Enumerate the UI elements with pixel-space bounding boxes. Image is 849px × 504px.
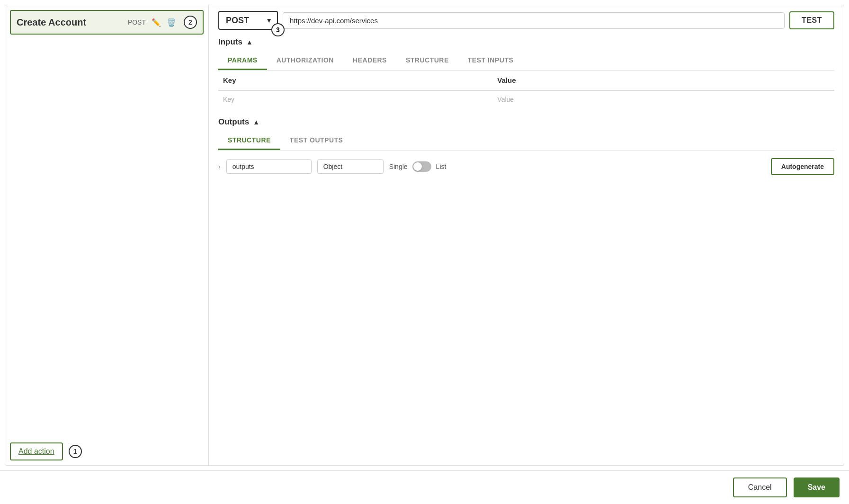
inputs-chevron-icon: ▲ — [246, 38, 253, 46]
tab-structure[interactable]: STRUCTURE — [396, 52, 458, 70]
tab-authorization[interactable]: AUTHORIZATION — [267, 52, 343, 70]
outputs-tabs: STRUCTURE TEST OUTPUTS — [218, 132, 834, 150]
action-icons: ✏️ 🗑️ — [151, 17, 177, 28]
action-item[interactable]: Create Account POST ✏️ 🗑️ 2 — [10, 10, 204, 35]
outputs-label: Outputs — [218, 117, 249, 127]
toggle-switch[interactable] — [412, 161, 431, 172]
badge-3: 3 — [271, 23, 285, 36]
expand-icon[interactable]: › — [218, 163, 221, 170]
output-row: › Single List Autogenerate — [218, 158, 834, 175]
delete-icon[interactable]: 🗑️ — [166, 17, 177, 28]
add-action-button[interactable]: Add action — [10, 442, 63, 460]
toggle-knob — [413, 162, 422, 171]
outputs-chevron-icon: ▲ — [253, 118, 259, 126]
inputs-label: Inputs — [218, 37, 242, 47]
tab-test-inputs[interactable]: TEST INPUTS — [458, 52, 523, 70]
method-select[interactable]: POST GET PUT DELETE — [219, 12, 277, 29]
tab-params[interactable]: PARAMS — [218, 52, 267, 70]
table-row: Key Value — [218, 90, 834, 108]
badge-1: 1 — [69, 445, 82, 458]
tab-headers[interactable]: HEADERS — [343, 52, 396, 70]
single-label: Single — [389, 163, 408, 170]
action-method: POST — [128, 18, 146, 26]
col-value: Value — [492, 71, 834, 90]
right-panel: POST GET PUT DELETE ▼ 3 TEST Inputs ▲ PA… — [209, 5, 844, 465]
output-name-input[interactable] — [226, 159, 312, 174]
inputs-tabs: PARAMS AUTHORIZATION HEADERS STRUCTURE T… — [218, 52, 834, 71]
outputs-header: Outputs ▲ — [218, 117, 834, 127]
outputs-tab-structure[interactable]: STRUCTURE — [218, 132, 280, 150]
output-type-input[interactable] — [317, 159, 384, 174]
autogenerate-button[interactable]: Autogenerate — [771, 158, 834, 175]
inputs-section: Inputs ▲ PARAMS AUTHORIZATION HEADERS ST… — [218, 37, 834, 108]
sidebar: Create Account POST ✏️ 🗑️ 2 Add action 1 — [5, 5, 209, 465]
save-button[interactable]: Save — [794, 477, 840, 497]
url-bar: POST GET PUT DELETE ▼ 3 TEST — [218, 11, 834, 30]
test-button[interactable]: TEST — [789, 11, 834, 29]
list-label: List — [436, 163, 447, 170]
cancel-button[interactable]: Cancel — [733, 477, 787, 497]
params-table: Key Value Key Value — [218, 71, 834, 108]
url-input[interactable] — [283, 12, 785, 29]
footer: Cancel Save — [0, 470, 849, 504]
method-wrapper: POST GET PUT DELETE ▼ 3 — [218, 11, 278, 30]
action-label: Create Account — [17, 17, 123, 28]
row-key: Key — [218, 90, 492, 108]
edit-icon[interactable]: ✏️ — [151, 17, 162, 28]
outputs-section: Outputs ▲ STRUCTURE TEST OUTPUTS › Singl… — [218, 117, 834, 181]
sidebar-bottom: Add action 1 — [10, 438, 204, 460]
single-list-toggle: Single List — [389, 161, 447, 172]
outputs-tab-test-outputs[interactable]: TEST OUTPUTS — [280, 132, 353, 150]
badge-2: 2 — [184, 16, 197, 29]
row-value: Value — [492, 90, 834, 108]
inputs-header: Inputs ▲ — [218, 37, 834, 47]
col-key: Key — [218, 71, 492, 90]
method-select-container[interactable]: POST GET PUT DELETE ▼ — [218, 11, 278, 30]
